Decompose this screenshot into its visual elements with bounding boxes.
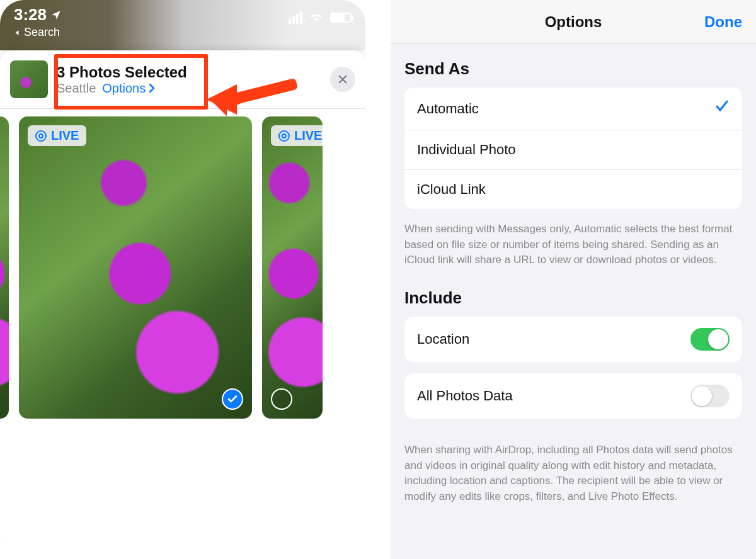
checkmark-icon [714, 99, 730, 118]
live-label: LIVE [51, 128, 79, 143]
battery-icon [330, 13, 352, 23]
options-screen: Options Done Send As Automatic Individua… [391, 0, 756, 559]
include-group: Location All Photos Data [404, 317, 742, 430]
row-label: iCloud Link [417, 181, 486, 198]
row-label: Automatic [417, 101, 479, 117]
include-title: Include [404, 288, 742, 308]
send-as-group: Automatic Individual Photo iCloud Link [404, 88, 742, 209]
status-bar: 3:28 Search [0, 0, 365, 50]
include-allphotos-row: All Photos Data [404, 373, 742, 419]
send-as-icloud[interactable]: iCloud Link [404, 170, 742, 209]
send-as-individual[interactable]: Individual Photo [404, 130, 742, 170]
include-location-row: Location [404, 317, 742, 362]
back-triangle-icon [14, 29, 21, 37]
selection-circle-selected[interactable] [222, 388, 243, 410]
location-arrow-icon [50, 9, 62, 21]
chevron-right-icon [148, 83, 156, 93]
row-label: Individual Photo [417, 142, 516, 158]
close-icon [337, 74, 348, 85]
wifi-icon [309, 12, 324, 23]
check-icon [227, 393, 238, 405]
cellular-icon [289, 11, 302, 24]
share-header: 3 Photos Selected Seattle Options [0, 50, 365, 109]
photo-item[interactable]: LIVE [262, 116, 323, 419]
send-as-section: Send As Automatic Individual Photo iClou… [391, 44, 756, 213]
send-as-footer: When sending with Messages only, Automat… [391, 213, 756, 273]
allphotos-toggle[interactable] [690, 385, 730, 407]
nav-title: Options [545, 13, 602, 31]
live-icon [35, 130, 47, 142]
include-section: Include Location All Photos Data [391, 273, 756, 434]
selection-location: Seattle [57, 81, 96, 96]
live-badge: LIVE [28, 125, 86, 146]
photo-item[interactable]: LIVE [19, 116, 252, 419]
share-sheet-screen: 3:28 Search 3 Photos Selected Seattle Op… [0, 0, 365, 559]
live-label: LIVE [294, 128, 322, 143]
selection-title: 3 Photos Selected [57, 64, 321, 81]
options-link[interactable]: Options [102, 81, 156, 96]
status-right [289, 11, 352, 24]
live-badge: LIVE [271, 125, 323, 146]
photo-item[interactable] [0, 116, 9, 419]
share-sheet: 3 Photos Selected Seattle Options [0, 50, 365, 559]
back-to-app[interactable]: Search [14, 26, 352, 39]
live-icon [278, 130, 290, 142]
back-label: Search [24, 26, 60, 39]
done-button[interactable]: Done [704, 13, 742, 31]
location-toggle[interactable] [690, 328, 730, 351]
photo-strip[interactable]: LIVE LIVE [0, 109, 365, 426]
send-as-title: Send As [404, 59, 742, 79]
options-link-label: Options [102, 81, 146, 96]
time-text: 3:28 [14, 5, 47, 25]
selection-circle[interactable] [271, 388, 292, 410]
nav-bar: Options Done [391, 0, 756, 44]
include-footer: When sharing with AirDrop, including all… [391, 434, 756, 510]
selection-thumbnail [10, 60, 48, 98]
row-label: All Photos Data [417, 388, 513, 404]
row-label: Location [417, 331, 469, 347]
send-as-automatic[interactable]: Automatic [404, 88, 742, 130]
close-button[interactable] [330, 67, 355, 92]
